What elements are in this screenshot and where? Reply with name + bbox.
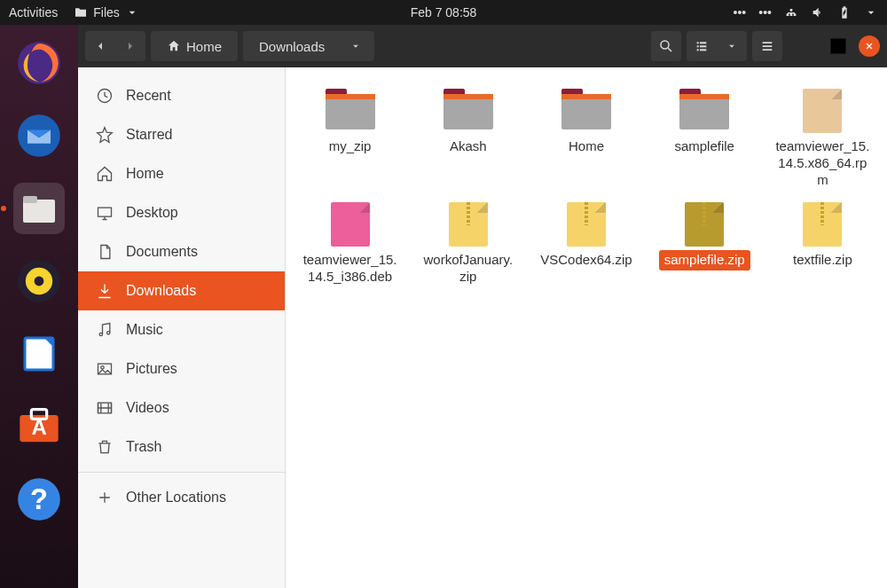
file-item[interactable]: samplefile bbox=[648, 83, 762, 193]
svg-text:A: A bbox=[31, 415, 46, 439]
dock-rhythmbox[interactable] bbox=[13, 255, 65, 307]
path-bar-current: Downloads bbox=[243, 31, 374, 61]
svg-rect-20 bbox=[700, 49, 706, 51]
battery-icon[interactable] bbox=[837, 5, 852, 20]
file-item[interactable]: my_zip bbox=[293, 83, 407, 193]
sidebar-item-videos[interactable]: Videos bbox=[78, 388, 285, 427]
chevron-down-icon[interactable] bbox=[864, 5, 878, 20]
sidebar-item-label: Starred bbox=[126, 127, 172, 143]
activities-button[interactable]: Activities bbox=[9, 5, 58, 20]
svg-rect-3 bbox=[23, 196, 37, 203]
svg-point-6 bbox=[35, 277, 44, 286]
svg-rect-19 bbox=[697, 49, 699, 51]
svg-text:?: ? bbox=[30, 483, 48, 515]
file-label: teamviewer_15.14.5_i386.deb bbox=[297, 250, 404, 287]
file-label: Akash bbox=[444, 137, 492, 157]
svg-point-28 bbox=[107, 332, 110, 334]
sidebar-item-documents[interactable]: Documents bbox=[78, 232, 285, 271]
nautilus-headerbar: Home Downloads bbox=[78, 25, 887, 67]
svg-rect-22 bbox=[763, 45, 773, 47]
maximize-button[interactable] bbox=[823, 31, 853, 61]
svg-rect-24 bbox=[831, 39, 846, 54]
file-label: my_zip bbox=[324, 137, 377, 157]
forward-button[interactable] bbox=[115, 31, 145, 61]
svg-rect-15 bbox=[697, 42, 699, 43]
file-item[interactable]: teamviewer_15.14.5.x86_64.rpm bbox=[765, 83, 880, 193]
file-item[interactable]: Home bbox=[529, 83, 643, 193]
dock-help[interactable]: ? bbox=[13, 474, 65, 525]
search-button[interactable] bbox=[651, 31, 681, 61]
file-label: VSCodex64.zip bbox=[535, 250, 637, 270]
sidebar-item-trash[interactable]: Trash bbox=[78, 427, 285, 466]
svg-rect-17 bbox=[697, 45, 699, 47]
app-menu-files[interactable]: Files bbox=[74, 5, 139, 20]
network-icon[interactable] bbox=[784, 5, 798, 20]
sidebar-item-label: Videos bbox=[126, 400, 169, 416]
file-item[interactable]: workofJanuary.zip bbox=[411, 197, 525, 291]
sidebar-item-other-locations[interactable]: Other Locations bbox=[78, 478, 285, 517]
svg-rect-21 bbox=[763, 42, 773, 43]
svg-point-14 bbox=[661, 41, 669, 49]
sidebar-item-recent[interactable]: Recent bbox=[78, 76, 285, 115]
file-label: Home bbox=[563, 137, 609, 157]
file-item[interactable]: VSCodex64.zip bbox=[529, 197, 643, 291]
dock-firefox[interactable] bbox=[13, 37, 65, 89]
svg-rect-18 bbox=[700, 45, 706, 47]
sidebar-item-label: Pictures bbox=[126, 361, 177, 377]
sidebar-item-music[interactable]: Music bbox=[78, 310, 285, 349]
minimize-button[interactable] bbox=[788, 31, 818, 61]
sidebar-item-label: Desktop bbox=[126, 205, 178, 221]
sidebar-item-label: Documents bbox=[126, 244, 198, 260]
sidebar-item-starred[interactable]: Starred bbox=[78, 115, 285, 154]
sidebar-item-home[interactable]: Home bbox=[78, 154, 285, 193]
places-sidebar: Recent Starred Home Desktop Documents Do… bbox=[78, 67, 286, 588]
file-label: samplefile.zip bbox=[659, 250, 750, 270]
svg-rect-23 bbox=[763, 49, 773, 51]
file-item[interactable]: teamviewer_15.14.5_i386.deb bbox=[293, 197, 407, 291]
volume-icon[interactable] bbox=[811, 5, 825, 20]
breadcrumb-downloads[interactable]: Downloads bbox=[247, 35, 337, 58]
indicator-dots-icon[interactable]: ••• bbox=[758, 5, 772, 20]
sidebar-item-downloads[interactable]: Downloads bbox=[78, 271, 285, 310]
dock-ubuntu-software[interactable]: A bbox=[13, 401, 65, 452]
sidebar-item-label: Home bbox=[126, 166, 164, 182]
dock-libreoffice-writer[interactable] bbox=[13, 328, 65, 380]
file-label: samplefile bbox=[669, 137, 740, 157]
path-dropdown-button[interactable] bbox=[341, 31, 371, 61]
gnome-top-panel: Activities Files Feb 7 08:58 ••• ••• bbox=[0, 0, 887, 25]
dock-thunderbird[interactable] bbox=[13, 110, 65, 161]
breadcrumb-home[interactable]: Home bbox=[154, 35, 234, 58]
file-item[interactable]: samplefile.zip bbox=[648, 197, 762, 291]
sidebar-item-label: Downloads bbox=[126, 283, 196, 299]
sidebar-item-desktop[interactable]: Desktop bbox=[78, 193, 285, 232]
sidebar-separator bbox=[78, 472, 285, 473]
file-item[interactable]: textfile.zip bbox=[765, 197, 880, 291]
back-button[interactable] bbox=[85, 31, 115, 61]
chevron-down-icon bbox=[125, 5, 139, 20]
sidebar-item-pictures[interactable]: Pictures bbox=[78, 349, 285, 388]
sidebar-item-label: Other Locations bbox=[126, 490, 226, 506]
sidebar-item-label: Music bbox=[126, 322, 163, 338]
file-view[interactable]: my_zipAkashHomesamplefileteamviewer_15.1… bbox=[286, 67, 887, 588]
svg-rect-26 bbox=[98, 208, 112, 216]
hamburger-menu-button[interactable] bbox=[752, 31, 782, 61]
sidebar-item-label: Trash bbox=[126, 439, 161, 455]
file-label: teamviewer_15.14.5.x86_64.rpm bbox=[769, 137, 875, 190]
path-bar: Home bbox=[151, 31, 238, 61]
svg-point-27 bbox=[99, 333, 102, 335]
dock-files[interactable] bbox=[13, 183, 65, 234]
close-button[interactable] bbox=[859, 35, 880, 57]
clock[interactable]: Feb 7 08:58 bbox=[411, 5, 477, 20]
view-list-button[interactable] bbox=[687, 31, 717, 61]
svg-rect-16 bbox=[700, 42, 706, 43]
view-options-dropdown[interactable] bbox=[717, 31, 747, 61]
file-label: workofJanuary.zip bbox=[415, 250, 522, 287]
svg-rect-7 bbox=[25, 338, 53, 370]
sidebar-item-label: Recent bbox=[126, 88, 171, 104]
ubuntu-dock: A ? bbox=[0, 25, 78, 588]
indicator-dots-icon[interactable]: ••• bbox=[734, 5, 747, 20]
folder-icon bbox=[74, 5, 88, 20]
file-label: textfile.zip bbox=[788, 250, 858, 270]
svg-point-30 bbox=[101, 366, 104, 369]
file-item[interactable]: Akash bbox=[411, 83, 525, 193]
